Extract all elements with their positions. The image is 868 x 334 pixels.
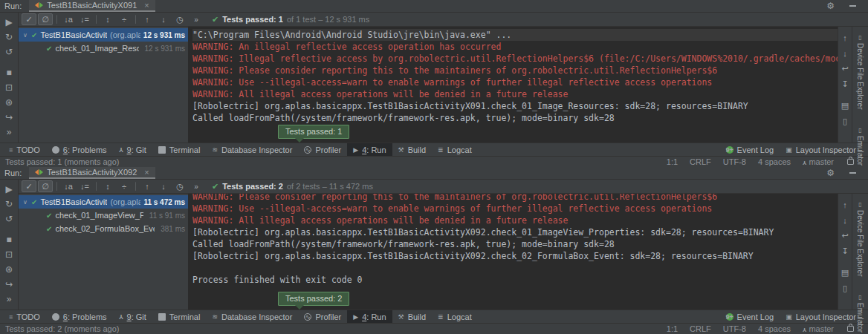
git-icon[interactable]: Y 9: Git [113,310,152,323]
event-log-icon[interactable]: 9+ Event Log [720,310,780,323]
caret-position[interactable]: 1:1 [667,157,678,166]
caret-position[interactable]: 1:1 [667,324,678,333]
exit-icon[interactable]: ↪ [0,277,18,292]
device-file-explorer-icon[interactable]: ▯ Device File Explorer [856,201,864,276]
git-branch-widget[interactable]: master [803,157,834,166]
gear-icon[interactable] [826,1,835,11]
divider[interactable] [56,182,57,191]
indent-setting[interactable]: 4 spaces [758,157,791,166]
divider[interactable] [96,182,97,191]
run-tab[interactable]: TestB1BasicActivityX092 × [29,167,155,179]
test-tree-row[interactable]: ∨ ✔ TestB1BasicActivityX091 (org.aplas.t… [19,28,188,42]
show-ignored-icon[interactable]: ∅ [38,13,53,25]
sort-by-duration-icon[interactable]: ↓= [77,13,92,25]
expand-all-icon[interactable]: ↕ [100,180,115,192]
run-tab[interactable]: TestB1BasicActivityX091 × [29,0,155,12]
test-tree-row[interactable]: ✔ check_01_ImageView_Properties 11 s 91 … [19,209,188,222]
print-icon[interactable]: ▤ [841,98,849,114]
device-file-explorer-icon[interactable]: ▯ Device File Explorer [856,34,864,109]
collapse-all-icon[interactable]: ÷ [117,13,132,25]
show-passed-icon[interactable]: ✓ [22,13,36,25]
clear-console-icon[interactable]: ▯ [843,114,847,129]
line-ending[interactable]: CRLF [690,157,711,166]
rerun-icon[interactable]: ▶ [0,15,18,30]
more-icon[interactable]: » [0,292,18,307]
soft-wrap-icon[interactable]: ↩ [841,228,848,243]
sort-by-duration-icon[interactable]: ↓= [77,180,92,192]
divider[interactable] [56,15,57,24]
database-inspector-icon[interactable]: ≋ Database Inspector [206,310,298,323]
jump-down-icon[interactable]: ↓ [843,45,847,61]
divider[interactable] [135,182,136,191]
next-occurrence-icon[interactable]: ↓ [156,180,171,192]
minimize-icon[interactable] [849,5,856,7]
rerun-failed-tests-icon[interactable]: ↻ [0,30,18,45]
exit-icon[interactable]: ↪ [0,110,18,125]
problems-icon[interactable]: ! 6: Problems [46,310,113,323]
jump-up-icon[interactable]: ↑ [843,30,847,45]
collapse-all-icon[interactable]: ÷ [117,180,132,192]
database-inspector-icon[interactable]: ≋ Database Inspector [206,143,298,156]
jump-down-icon[interactable]: ↓ [843,212,847,228]
terminal-icon[interactable]: > Terminal [152,310,207,323]
close-icon[interactable]: × [144,1,149,10]
divider[interactable] [96,15,97,24]
event-log-icon[interactable]: 9+ Event Log [720,143,780,156]
divider[interactable] [135,15,136,24]
layout-inspector-icon[interactable]: ▣ Layout Inspector [780,143,862,156]
unlocked-icon[interactable] [847,159,854,165]
line-ending[interactable]: CRLF [690,324,711,333]
file-encoding[interactable]: UTF-8 [723,324,746,333]
more-icon[interactable]: » [189,13,204,25]
show-ignored-icon[interactable]: ∅ [38,180,53,192]
stop-icon[interactable]: ■ [0,232,18,247]
indent-setting[interactable]: 4 spaces [758,324,791,333]
terminal-icon[interactable]: > Terminal [152,143,207,156]
previous-occurrence-icon[interactable]: ↑ [140,180,155,192]
scroll-to-end-icon[interactable]: ↧ [841,76,848,92]
test-history-icon[interactable]: ◷ [172,13,187,25]
print-icon[interactable]: ▤ [841,265,849,281]
logcat-icon[interactable]: ≣ Logcat [432,310,478,323]
run-icon[interactable]: ▶ 4: Run [347,310,392,323]
file-encoding[interactable]: UTF-8 [723,157,746,166]
gear-icon[interactable] [826,168,835,178]
previous-occurrence-icon[interactable]: ↑ [140,13,155,25]
sort-alphabetically-icon[interactable]: ↓a [61,180,76,192]
screen-record-icon[interactable]: ⊛ [0,95,18,110]
jump-up-icon[interactable]: ↑ [843,197,847,212]
stop-icon[interactable]: ■ [0,65,18,80]
rerun-failed-tests-icon[interactable]: ↻ [0,197,18,212]
logcat-icon[interactable]: ≣ Logcat [432,143,478,156]
more-icon[interactable]: » [0,125,18,140]
rerun-icon[interactable]: ▶ [0,182,18,197]
problems-icon[interactable]: ! 6: Problems [46,143,113,156]
toggle-auto-test-icon[interactable]: ↺ [0,212,18,226]
expand-all-icon[interactable]: ↕ [100,13,115,25]
toggle-auto-test-icon[interactable]: ↺ [0,45,18,59]
clear-console-icon[interactable]: ▯ [843,281,847,296]
todo-icon[interactable]: ≡ TODO [3,310,46,323]
todo-icon[interactable]: ≡ TODO [3,143,46,156]
scroll-to-end-icon[interactable]: ↧ [841,243,848,259]
close-icon[interactable]: × [144,168,149,177]
profiler-icon[interactable]: ∿ Profiler [298,143,347,156]
show-passed-icon[interactable]: ✓ [22,180,36,192]
git-branch-widget[interactable]: master [803,324,834,333]
run-icon[interactable]: ▶ 4: Run [347,143,392,156]
screen-record-icon[interactable]: ⊛ [0,262,18,277]
test-history-icon[interactable]: ◷ [172,180,187,192]
minimize-icon[interactable] [849,172,856,174]
build-icon[interactable]: ⚒ Build [392,310,433,323]
test-tree-row[interactable]: ✔ check_02_FormulaBox_Event 381 ms [19,222,188,235]
test-tree-row[interactable]: ✔ check_01_Image_Resources 12 s 931 ms [19,42,188,55]
soft-wrap-icon[interactable]: ↩ [841,61,848,76]
unlocked-icon[interactable] [847,326,854,332]
test-tree-row[interactable]: ∨ ✔ TestB1BasicActivityX092 (org.aplas.t… [19,195,188,209]
layout-inspector-icon[interactable]: ▣ Layout Inspector [780,310,862,323]
screenshot-icon[interactable]: ⊡ [0,247,18,262]
screenshot-icon[interactable]: ⊡ [0,80,18,95]
sort-alphabetically-icon[interactable]: ↓a [61,13,76,25]
git-icon[interactable]: Y 9: Git [113,143,152,156]
profiler-icon[interactable]: ∿ Profiler [298,310,347,323]
